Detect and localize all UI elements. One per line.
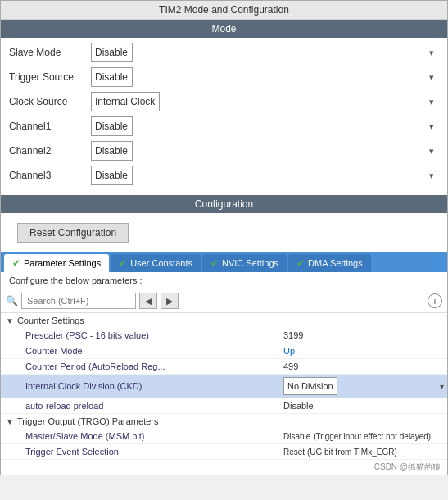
tab-check-icon-3: ✔: [210, 257, 219, 269]
channel3-label: Channel3: [9, 170, 91, 181]
channel2-row: Channel2 Disable: [9, 141, 439, 161]
title-bar: TIM2 Mode and Configuration: [1, 1, 447, 20]
param-value-trigger-event: Reset (UG bit from TIMx_EGR): [283, 448, 447, 457]
channel2-label: Channel2: [9, 145, 91, 157]
tab-parameter-settings-label: Parameter Settings: [24, 258, 101, 268]
param-row-autoreload-preload: auto-reload preload Disable: [1, 398, 447, 414]
ckd-select[interactable]: No Division: [283, 377, 337, 395]
counter-settings-group-header: ▼ Counter Settings: [1, 313, 447, 328]
params-area: ▼ Counter Settings Prescaler (PSC - 16 b…: [1, 313, 447, 460]
tab-dma-settings-label: DMA Settings: [308, 258, 363, 268]
slave-mode-label: Slave Mode: [9, 47, 91, 58]
search-icon: 🔍: [6, 295, 18, 307]
tab-user-constants[interactable]: ✔ User Constants: [111, 254, 201, 272]
config-section-header: Configuration: [1, 195, 447, 213]
param-value-msm: Disable (Trigger input effect not delaye…: [283, 432, 447, 441]
tab-user-constants-label: User Constants: [130, 258, 192, 268]
channel2-select[interactable]: Disable: [91, 141, 133, 161]
param-name-autoreload-preload: auto-reload preload: [1, 401, 283, 411]
trigger-source-select-wrapper: Disable: [91, 67, 439, 87]
mode-section-header: Mode: [1, 20, 447, 38]
channel1-select[interactable]: Disable: [91, 116, 133, 136]
main-window: TIM2 Mode and Configuration Mode Slave M…: [0, 0, 448, 475]
trgo-group-header: ▼ Trigger Output (TRGO) Parameters: [1, 414, 447, 429]
param-row-ckd: Internal Clock Division (CKD) No Divisio…: [1, 375, 447, 398]
param-row-prescaler: Prescaler (PSC - 16 bits value) 3199: [1, 328, 447, 343]
slave-mode-select-wrapper: Disable: [91, 43, 439, 62]
trgo-group-label: Trigger Output (TRGO) Parameters: [17, 416, 159, 426]
param-name-counter-mode: Counter Mode: [1, 346, 283, 356]
trigger-source-row: Trigger Source Disable: [9, 67, 439, 87]
param-value-counter-mode: Up: [283, 346, 447, 356]
tab-check-icon: ✔: [12, 257, 20, 269]
param-value-prescaler: 3199: [283, 330, 447, 340]
window-title: TIM2 Mode and Configuration: [159, 4, 289, 16]
channel3-select[interactable]: Disable: [91, 166, 133, 185]
slave-mode-row: Slave Mode Disable: [9, 43, 439, 62]
config-section: Reset Configuration ✔ Parameter Settings…: [1, 213, 447, 460]
tab-check-icon-2: ✔: [119, 257, 127, 269]
trgo-toggle-icon[interactable]: ▼: [6, 417, 14, 426]
clock-source-select-wrapper: Internal Clock: [91, 92, 439, 111]
param-name-msm: Master/Slave Mode (MSM bit): [1, 431, 283, 441]
mode-section: Slave Mode Disable Trigger Source Disabl…: [1, 38, 447, 195]
clock-source-label: Clock Source: [9, 96, 91, 107]
param-name-trigger-event: Trigger Event Selection: [1, 447, 283, 457]
channel2-select-wrapper: Disable: [91, 141, 439, 161]
search-bar: 🔍 ◀ ▶ i: [1, 289, 447, 313]
group-counter-settings-label: Counter Settings: [17, 316, 84, 325]
param-name-counter-period: Counter Period (AutoReload Reg...: [1, 361, 283, 371]
param-row-trigger-event: Trigger Event Selection Reset (UG bit fr…: [1, 444, 447, 460]
next-result-button[interactable]: ▶: [161, 293, 179, 309]
window-container: TIM2 Mode and Configuration Mode Slave M…: [0, 0, 448, 475]
ckd-select-wrapper: No Division: [283, 377, 447, 395]
param-row-counter-period: Counter Period (AutoReload Reg... 499: [1, 359, 447, 375]
tab-check-icon-4: ✔: [296, 257, 305, 269]
watermark: CSDN @抓猫的狼: [1, 460, 447, 475]
channel1-select-wrapper: Disable: [91, 116, 439, 136]
param-row-counter-mode: Counter Mode Up: [1, 343, 447, 359]
param-name-prescaler: Prescaler (PSC - 16 bits value): [1, 330, 283, 340]
trigger-source-label: Trigger Source: [9, 71, 91, 83]
clock-source-row: Clock Source Internal Clock: [9, 92, 439, 111]
param-name-ckd: Internal Clock Division (CKD): [1, 381, 283, 391]
trigger-source-select[interactable]: Disable: [91, 67, 133, 87]
reset-btn-wrapper: Reset Configuration: [1, 213, 447, 252]
slave-mode-select[interactable]: Disable: [91, 43, 133, 62]
param-value-counter-period: 499: [283, 361, 447, 371]
param-value-autoreload-preload: Disable: [283, 401, 447, 411]
channel3-select-wrapper: Disable: [91, 166, 439, 185]
channel3-row: Channel3 Disable: [9, 166, 439, 185]
search-input[interactable]: [21, 293, 136, 309]
tabs-bar: ✔ Parameter Settings ✔ User Constants ✔ …: [1, 252, 447, 272]
param-row-msm: Master/Slave Mode (MSM bit) Disable (Tri…: [1, 429, 447, 444]
tab-dma-settings[interactable]: ✔ DMA Settings: [288, 254, 371, 272]
info-icon[interactable]: i: [428, 293, 442, 308]
params-hint: Configure the below parameters :: [1, 272, 447, 289]
reset-config-button[interactable]: Reset Configuration: [17, 223, 129, 243]
channel1-label: Channel1: [9, 120, 91, 132]
tab-nvic-settings-label: NVIC Settings: [222, 258, 278, 268]
prev-result-button[interactable]: ◀: [139, 293, 157, 309]
clock-source-select[interactable]: Internal Clock: [91, 92, 160, 111]
tab-nvic-settings[interactable]: ✔ NVIC Settings: [202, 254, 287, 272]
tab-parameter-settings[interactable]: ✔ Parameter Settings: [4, 254, 109, 272]
channel1-row: Channel1 Disable: [9, 116, 439, 136]
group-toggle-icon[interactable]: ▼: [6, 316, 14, 325]
